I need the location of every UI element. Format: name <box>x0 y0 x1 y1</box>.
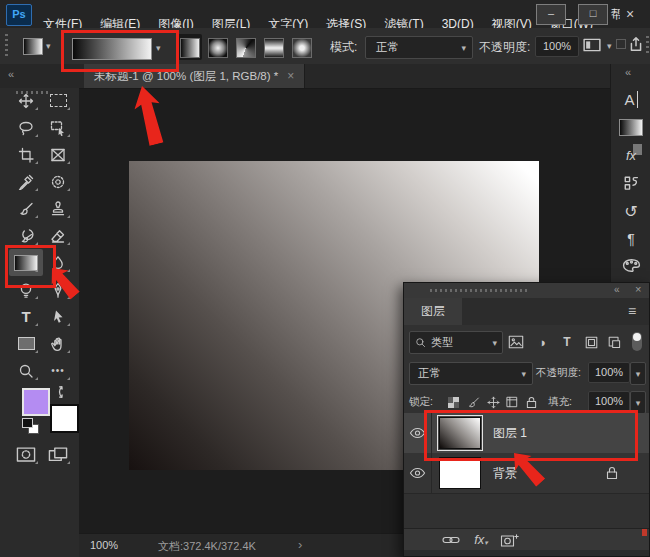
default-colors-icon[interactable] <box>22 418 33 428</box>
layer1-thumbnail[interactable] <box>439 417 481 449</box>
radial-gradient-button[interactable] <box>208 38 228 58</box>
path-selection-tool[interactable] <box>43 304 73 329</box>
maximize-button[interactable]: □ <box>578 4 608 25</box>
panel-close-icon[interactable]: × <box>635 283 641 295</box>
move-icon <box>18 93 34 109</box>
lock-artboard-button[interactable] <box>503 394 521 410</box>
panel-menu-icon[interactable]: ≡ <box>628 303 636 319</box>
gradients-panel-button[interactable] <box>611 114 650 140</box>
dock-collapse-icon[interactable]: « <box>625 66 631 78</box>
lock-all-button[interactable] <box>522 394 540 410</box>
share-export-icon[interactable] <box>628 36 644 52</box>
filter-pixel-layers-button[interactable] <box>506 333 526 351</box>
tool-preset-icon[interactable] <box>23 38 43 55</box>
quick-mask-button[interactable] <box>11 442 41 467</box>
frame-tool[interactable] <box>43 142 73 167</box>
foreground-color-swatch[interactable] <box>22 388 50 416</box>
layer-blend-mode-dropdown[interactable]: 正常 ▾ <box>409 362 533 385</box>
gradient-picker-chevron-icon[interactable]: ▾ <box>156 43 161 53</box>
reflected-gradient-button[interactable] <box>264 38 284 58</box>
blend-mode-chevron-icon: ▾ <box>461 43 466 53</box>
background-lock-icon[interactable] <box>606 466 618 480</box>
gradient-tool[interactable] <box>11 250 41 275</box>
minimize-button[interactable]: – <box>536 4 566 25</box>
fx-icon: fx <box>474 532 484 547</box>
paragraph-panel-button[interactable]: ¶ <box>611 226 650 252</box>
menu-bar: Ps 文件(F)编辑(E)图像(I)图层(L)文字(Y)选择(S)滤镜(T)3D… <box>0 0 650 29</box>
rectangle-tool[interactable] <box>11 331 41 356</box>
lock-position-button[interactable] <box>484 394 502 410</box>
layer-opacity-chevron-button[interactable]: ▾ <box>630 362 646 385</box>
layer-style-button[interactable]: fx▾ <box>470 531 492 547</box>
tool-preset-chevron-icon[interactable]: ▾ <box>46 41 51 51</box>
panel-tab-row: 图层 ≡ <box>404 298 649 325</box>
tab-close-icon[interactable]: × <box>287 69 294 83</box>
status-chevron-icon[interactable]: › <box>298 537 302 552</box>
character-panel-button[interactable]: A <box>611 86 650 112</box>
opacity-value-field[interactable]: 100% <box>535 36 579 57</box>
filter-type-layers-button[interactable]: T <box>557 333 577 351</box>
linear-gradient-button[interactable] <box>180 38 200 58</box>
layer1-visibility-toggle[interactable] <box>404 413 432 453</box>
panel-collapse-icon[interactable]: « <box>614 284 620 295</box>
background-thumbnail[interactable] <box>439 457 481 489</box>
document-tab[interactable]: 未标题-1 @ 100% (图层 1, RGB/8) * × <box>84 64 305 88</box>
layer-fill-chevron-button[interactable]: ▾ <box>630 391 646 414</box>
layer-filter-dropdown[interactable]: 类型 ▾ <box>409 331 503 354</box>
filter-toggle-switch[interactable] <box>632 332 642 351</box>
type-tool[interactable]: T <box>11 304 41 329</box>
eyedropper-tool[interactable] <box>11 169 41 194</box>
filter-smart-objects-button[interactable] <box>604 333 624 351</box>
layer1-name[interactable]: 图层 1 <box>493 425 527 442</box>
smart-object-icon <box>608 336 621 349</box>
object-selection-tool[interactable] <box>43 115 73 140</box>
clone-stamp-tool[interactable] <box>43 196 73 221</box>
layer-opacity-label: 不透明度: <box>536 366 581 380</box>
dodge-tool[interactable] <box>11 277 41 302</box>
background-color-swatch[interactable] <box>50 404 79 433</box>
screen-mode-button[interactable] <box>43 442 73 467</box>
airbrush-toggle-icon[interactable] <box>616 39 626 49</box>
lock-transparent-button[interactable] <box>444 394 462 410</box>
styles-panel-button[interactable]: fx <box>611 142 650 168</box>
image-icon <box>508 335 524 349</box>
status-bar: 100% 文档:372.4K/372.4K › <box>79 533 403 557</box>
layers-tab[interactable]: 图层 <box>404 298 462 325</box>
marquee-tool[interactable] <box>43 88 73 113</box>
filter-adjustment-layers-button[interactable]: ◑ <box>532 333 552 351</box>
crop-tool[interactable] <box>11 142 41 167</box>
eraser-tool[interactable] <box>43 223 73 248</box>
filter-shape-layers-button[interactable] <box>581 333 601 351</box>
collapse-left-icon[interactable]: « <box>8 68 14 80</box>
history-panel-button[interactable]: ↺ <box>611 198 650 224</box>
zoom-tool[interactable] <box>11 358 41 383</box>
background-visibility-toggle[interactable] <box>404 453 432 493</box>
layer-opacity-value[interactable]: 100% <box>588 362 630 383</box>
close-button[interactable]: × <box>626 5 634 23</box>
blend-mode-value: 正常 <box>376 40 399 55</box>
tablet-pressure-icon[interactable] <box>583 38 601 52</box>
spot-healing-tool[interactable] <box>43 169 73 194</box>
swap-colors-icon[interactable] <box>53 382 73 402</box>
gradient-preview-bar[interactable] <box>72 38 152 60</box>
lasso-tool[interactable] <box>11 115 41 140</box>
layer-fill-value[interactable]: 100% <box>588 391 630 412</box>
angle-gradient-button[interactable] <box>236 38 256 58</box>
diamond-gradient-button[interactable] <box>292 38 312 58</box>
zoom-level-field[interactable]: 100% <box>90 539 118 551</box>
more-tools-ellipsis[interactable]: ••• <box>43 358 73 383</box>
history-brush-tool[interactable] <box>11 223 41 248</box>
paragraph-styles-panel-button[interactable] <box>611 170 650 196</box>
frame-layers-icon <box>585 336 598 349</box>
blend-mode-dropdown[interactable]: 正常 ▾ <box>365 36 473 59</box>
opacity-extra-chevron-icon[interactable]: ▾ <box>607 41 612 51</box>
swatches-panel-button[interactable] <box>611 252 650 278</box>
brush-tool[interactable] <box>11 196 41 221</box>
layer-row-layer1[interactable]: 图层 1 <box>404 413 649 454</box>
move-tool[interactable] <box>11 88 41 113</box>
link-layers-button[interactable] <box>440 532 462 548</box>
lock-paint-button[interactable] <box>464 394 482 410</box>
add-layer-mask-button[interactable] <box>498 531 520 549</box>
hand-tool[interactable] <box>43 331 73 356</box>
dodge-icon <box>18 282 34 298</box>
